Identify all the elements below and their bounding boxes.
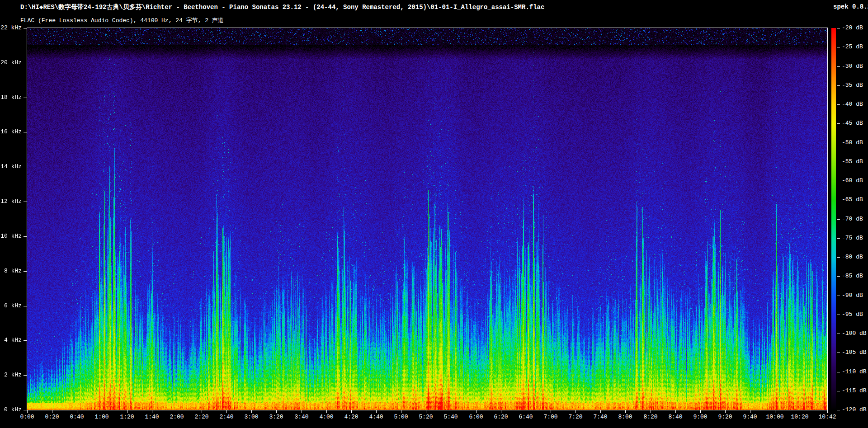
db-tick (837, 296, 840, 296)
db-tick (837, 28, 840, 28)
db-tick (837, 276, 840, 277)
freq-tick-label: 8 kHz (0, 268, 22, 274)
freq-tick-label: 2 kHz (0, 372, 22, 378)
time-tick (700, 410, 701, 413)
time-tick (326, 410, 327, 413)
freq-tick-label: 14 kHz (0, 164, 22, 170)
db-tick-label: -30 dB (842, 63, 863, 70)
time-tick (501, 410, 501, 413)
db-tick (837, 410, 840, 410)
freq-tick (24, 375, 27, 376)
freq-tick (24, 271, 27, 272)
time-tick (526, 410, 526, 413)
time-tick (827, 410, 828, 413)
time-tick-label: 3:20 (262, 414, 291, 420)
freq-tick-label: 6 kHz (0, 303, 22, 309)
freq-tick-label: 12 kHz (0, 198, 22, 205)
db-tick (837, 85, 840, 86)
time-tick (551, 410, 551, 413)
db-tick-label: -110 dB (842, 369, 867, 375)
time-tick (426, 410, 426, 413)
freq-tick-label: 20 kHz (0, 60, 22, 66)
time-tick-label: 10:42 (813, 414, 842, 420)
time-tick (775, 410, 775, 413)
time-tick (251, 410, 252, 413)
colorbar (831, 28, 836, 410)
db-tick-label: -90 dB (842, 292, 863, 299)
freq-tick (24, 306, 27, 306)
time-tick (202, 410, 202, 413)
freq-tick (24, 202, 27, 202)
db-tick-label: -115 dB (842, 388, 867, 394)
time-tick (127, 410, 127, 413)
time-tick (226, 410, 227, 413)
time-tick (600, 410, 601, 413)
spek-window: D:\HI◆RES\数字母带24-192古典\贝多芬\Richter - Bee… (0, 0, 868, 428)
db-tick (837, 181, 840, 181)
freq-tick (24, 236, 27, 237)
db-tick-label: -120 dB (842, 407, 867, 413)
db-tick (837, 104, 840, 105)
db-tick-label: -70 dB (842, 216, 863, 222)
db-tick (837, 334, 840, 334)
app-version: spek 0.8.2 (833, 3, 868, 11)
db-tick (837, 257, 840, 258)
db-tick-label: -105 dB (842, 349, 867, 356)
freq-tick-label: 22 kHz (0, 25, 22, 31)
time-tick (401, 410, 401, 413)
freq-tick-label: 16 kHz (0, 129, 22, 135)
file-info: FLAC (Free Lossless Audio Codec), 44100 … (20, 16, 224, 24)
time-tick (576, 410, 576, 413)
db-tick-label: -100 dB (842, 330, 867, 337)
freq-tick (24, 340, 27, 341)
spectrogram-canvas (27, 28, 827, 410)
db-tick-label: -25 dB (842, 44, 863, 50)
freq-tick (24, 28, 27, 28)
db-tick (837, 315, 840, 315)
db-tick (837, 238, 840, 239)
db-tick-label: -40 dB (842, 101, 863, 108)
time-tick-label: 1:00 (87, 414, 116, 420)
db-tick-label: -95 dB (842, 311, 863, 318)
db-tick-label: -75 dB (842, 235, 863, 241)
db-tick (837, 353, 840, 353)
time-tick (102, 410, 102, 413)
db-tick (837, 123, 840, 124)
db-tick-label: -50 dB (842, 140, 863, 146)
freq-tick-label: 4 kHz (0, 337, 22, 343)
freq-tick-label: 0 kHz (0, 407, 22, 413)
db-tick-label: -45 dB (842, 120, 863, 127)
db-tick (837, 47, 840, 47)
time-tick (351, 410, 352, 413)
time-tick-label: 5:40 (436, 414, 465, 420)
db-tick (837, 200, 840, 200)
time-tick (476, 410, 476, 413)
time-tick-label: 10:20 (785, 414, 814, 420)
time-tick (625, 410, 626, 413)
time-tick (725, 410, 726, 413)
db-tick-label: -65 dB (842, 197, 863, 203)
time-tick (276, 410, 277, 413)
freq-tick (24, 98, 27, 98)
db-tick (837, 219, 840, 220)
freq-tick (24, 132, 27, 132)
db-tick (837, 391, 840, 391)
time-tick (177, 410, 177, 413)
db-tick (837, 162, 840, 162)
db-tick (837, 66, 840, 67)
time-tick (302, 410, 302, 413)
time-tick (675, 410, 676, 413)
freq-tick (24, 63, 27, 63)
time-tick-label: 8:00 (611, 414, 640, 420)
db-tick (837, 372, 840, 372)
freq-tick (24, 410, 27, 410)
db-tick-label: -80 dB (842, 254, 863, 260)
time-tick (376, 410, 377, 413)
time-tick (750, 410, 750, 413)
db-tick-label: -85 dB (842, 273, 863, 279)
db-tick-label: -20 dB (842, 25, 863, 31)
time-tick (152, 410, 152, 413)
freq-tick-label: 10 kHz (0, 233, 22, 240)
file-path-title: D:\HI◆RES\数字母带24-192古典\贝多芬\Richter - Bee… (20, 3, 544, 11)
db-tick-label: -60 dB (842, 178, 863, 184)
